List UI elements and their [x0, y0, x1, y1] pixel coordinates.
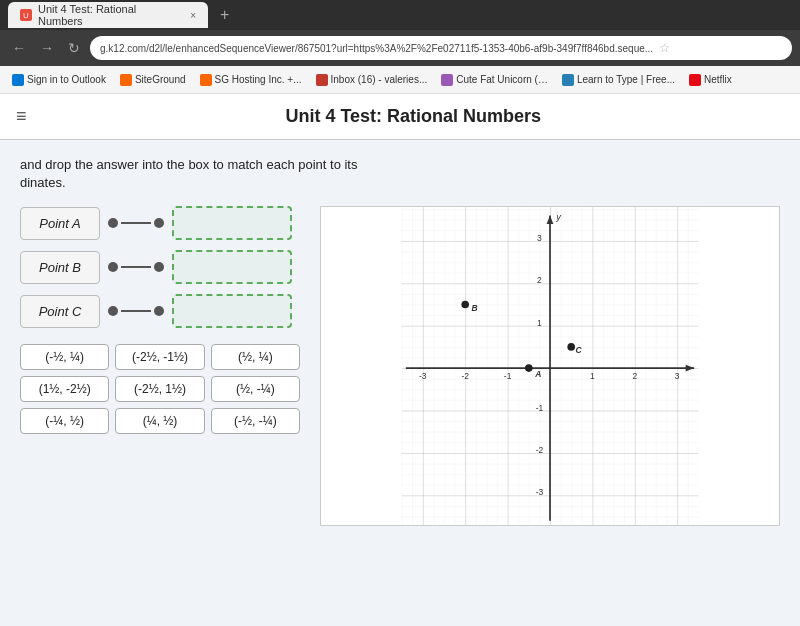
y-label-2: 2: [537, 276, 542, 286]
bookmark-siteground-label: SiteGround: [135, 74, 186, 85]
point-c-text: C: [575, 346, 582, 356]
coord-plane-svg: -3 -2 -1 1 2 3 3 2 1 -1 -2 -3 y: [321, 207, 779, 525]
point-c-row: Point C: [20, 294, 300, 328]
x-label-1: 1: [590, 371, 595, 381]
point-b-row: Point B: [20, 250, 300, 284]
inbox-icon: [316, 74, 328, 86]
bookmark-siteground[interactable]: SiteGround: [116, 72, 190, 88]
bookmark-sg-hosting-label: SG Hosting Inc. +...: [215, 74, 302, 85]
point-a-label: Point A: [20, 207, 100, 240]
drag-dot-right: [154, 306, 164, 316]
point-a-drag-handle[interactable]: [108, 218, 164, 228]
instruction-line1: and drop the answer into the box to matc…: [20, 157, 358, 172]
bookmark-sg-hosting[interactable]: SG Hosting Inc. +...: [196, 72, 306, 88]
point-c-dot: [567, 343, 575, 351]
bookmark-unicorn-label: Cute Fat Unicorn (…: [456, 74, 548, 85]
y-label-neg2: -2: [536, 445, 544, 455]
bookmarks-bar: Sign in to Outlook SiteGround SG Hosting…: [0, 66, 800, 94]
answer-chip-6[interactable]: (-¼, ½): [20, 408, 109, 434]
tab-favicon: U: [20, 9, 32, 21]
point-c-drag-handle[interactable]: [108, 306, 164, 316]
refresh-button[interactable]: ↻: [64, 38, 84, 58]
bookmark-outlook[interactable]: Sign in to Outlook: [8, 72, 110, 88]
y-label-1: 1: [537, 318, 542, 328]
bookmark-unicorn[interactable]: Cute Fat Unicorn (…: [437, 72, 552, 88]
instruction-line2: dinates.: [20, 175, 66, 190]
active-tab[interactable]: U Unit 4 Test: Rational Numbers ×: [8, 2, 208, 28]
main-layout: Point A Point B: [20, 206, 780, 526]
right-panel: -3 -2 -1 1 2 3 3 2 1 -1 -2 -3 y: [320, 206, 780, 526]
point-a-drop-target[interactable]: [172, 206, 292, 240]
forward-button[interactable]: →: [36, 38, 58, 58]
bookmark-learn-type[interactable]: Learn to Type | Free...: [558, 72, 679, 88]
drag-line: [121, 266, 151, 268]
y-label-neg1: -1: [536, 403, 544, 413]
drag-dot-right: [154, 218, 164, 228]
drag-dot-left: [108, 306, 118, 316]
sg-hosting-icon: [200, 74, 212, 86]
bookmark-inbox-label: Inbox (16) - valeries...: [331, 74, 428, 85]
drag-dot-left: [108, 218, 118, 228]
point-c-drop-target[interactable]: [172, 294, 292, 328]
drag-dot-left: [108, 262, 118, 272]
page-title: Unit 4 Test: Rational Numbers: [43, 106, 784, 127]
tab-label: Unit 4 Test: Rational Numbers: [38, 3, 180, 27]
bookmark-learn-type-label: Learn to Type | Free...: [577, 74, 675, 85]
drag-line: [121, 222, 151, 224]
learn-type-icon: [562, 74, 574, 86]
y-label-3: 3: [537, 233, 542, 243]
answer-chip-8[interactable]: (-½, -¼): [211, 408, 300, 434]
coordinate-plane: -3 -2 -1 1 2 3 3 2 1 -1 -2 -3 y: [320, 206, 780, 526]
content-area: and drop the answer into the box to matc…: [0, 140, 800, 626]
point-a-dot: [525, 365, 533, 373]
bookmark-netflix[interactable]: Netflix: [685, 72, 736, 88]
answer-chip-1[interactable]: (-2½, -1½): [115, 344, 204, 370]
browser-chrome: U Unit 4 Test: Rational Numbers × + ← → …: [0, 0, 800, 94]
bookmark-outlook-label: Sign in to Outlook: [27, 74, 106, 85]
address-bar-row: ← → ↻ g.k12.com/d2l/le/enhancedSequenceV…: [0, 30, 800, 66]
answer-chip-4[interactable]: (-2½, 1½): [115, 376, 204, 402]
point-c-label: Point C: [20, 295, 100, 328]
unicorn-icon: [441, 74, 453, 86]
point-b-drag-handle[interactable]: [108, 262, 164, 272]
new-tab-button[interactable]: +: [212, 6, 237, 24]
x-label-neg2: -2: [461, 371, 469, 381]
answer-chip-5[interactable]: (½, -¼): [211, 376, 300, 402]
tab-close-button[interactable]: ×: [190, 10, 196, 21]
answer-chip-2[interactable]: (½, ¼): [211, 344, 300, 370]
drag-dot-right: [154, 262, 164, 272]
x-label-neg1: -1: [504, 371, 512, 381]
point-b-drop-target[interactable]: [172, 250, 292, 284]
x-label-2: 2: [632, 371, 637, 381]
x-label-neg3: -3: [419, 371, 427, 381]
answer-chip-3[interactable]: (1½, -2½): [20, 376, 109, 402]
bookmark-star-icon[interactable]: ☆: [659, 41, 670, 55]
address-bar[interactable]: g.k12.com/d2l/le/enhancedSequenceViewer/…: [90, 36, 792, 60]
bookmark-inbox[interactable]: Inbox (16) - valeries...: [312, 72, 432, 88]
url-text: g.k12.com/d2l/le/enhancedSequenceViewer/…: [100, 43, 653, 54]
point-b-text: B: [472, 303, 478, 313]
bookmark-netflix-label: Netflix: [704, 74, 732, 85]
netflix-icon: [689, 74, 701, 86]
point-b-dot: [461, 301, 469, 309]
menu-button[interactable]: ≡: [16, 106, 27, 127]
left-panel: Point A Point B: [20, 206, 300, 526]
point-b-label: Point B: [20, 251, 100, 284]
answer-chip-0[interactable]: (-½, ¼): [20, 344, 109, 370]
drag-line: [121, 310, 151, 312]
outlook-icon: [12, 74, 24, 86]
point-a-text: A: [534, 370, 541, 380]
siteground-icon: [120, 74, 132, 86]
answer-choices-grid: (-½, ¼) (-2½, -1½) (½, ¼) (1½, -2½) (-2½…: [20, 344, 300, 434]
point-a-row: Point A: [20, 206, 300, 240]
tab-bar: U Unit 4 Test: Rational Numbers × +: [0, 0, 800, 30]
x-label-3: 3: [675, 371, 680, 381]
y-label-neg3: -3: [536, 488, 544, 498]
instruction-text: and drop the answer into the box to matc…: [20, 156, 780, 192]
back-button[interactable]: ←: [8, 38, 30, 58]
answer-chip-7[interactable]: (¼, ½): [115, 408, 204, 434]
page-header: ≡ Unit 4 Test: Rational Numbers: [0, 94, 800, 140]
